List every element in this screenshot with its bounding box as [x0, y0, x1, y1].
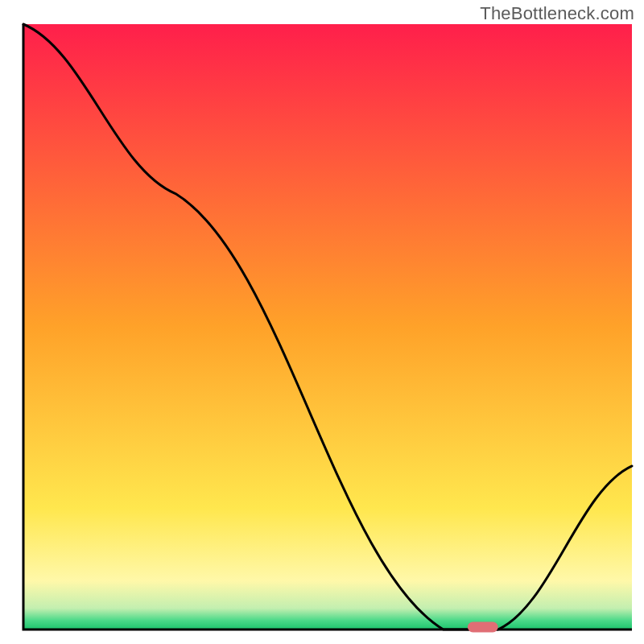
bottleneck-chart	[0, 0, 644, 644]
chart-container: TheBottleneck.com	[0, 0, 644, 644]
plot-background	[23, 24, 632, 630]
optimal-marker	[468, 622, 498, 633]
